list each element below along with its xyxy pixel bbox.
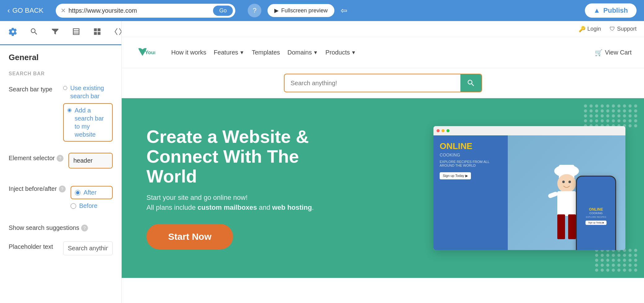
search-bar-type-control: Use existing search bar Add a search bar… xyxy=(63,84,113,143)
inject-before-radio[interactable] xyxy=(71,203,76,209)
search-submit-icon xyxy=(467,79,475,87)
dot-b xyxy=(612,264,615,267)
dot-b xyxy=(634,254,637,257)
settings-icon-button[interactable] xyxy=(7,26,19,39)
dot xyxy=(595,109,598,112)
dot xyxy=(595,119,598,122)
url-bar: ✕ Go xyxy=(56,4,235,18)
dot-b xyxy=(606,264,609,267)
url-input[interactable] xyxy=(68,7,213,14)
share-button[interactable]: ⇦ xyxy=(341,6,347,15)
mock-signup-btn[interactable]: Sign up Today ▶ xyxy=(440,172,471,179)
dots-top-right: for(let i=0;i<50;i++) document.currentSc… xyxy=(584,104,638,127)
mock-max-dot xyxy=(446,129,450,132)
inject-help-icon[interactable]: ? xyxy=(59,186,66,192)
dot-b xyxy=(629,264,632,267)
svg-rect-6 xyxy=(568,214,576,239)
placeholder-text-control xyxy=(63,241,113,255)
dot-b xyxy=(634,259,637,262)
login-link[interactable]: 🔑 Login xyxy=(579,26,601,33)
go-back-button[interactable]: ‹ GO BACK xyxy=(7,6,43,15)
dot-b xyxy=(606,269,609,272)
fullscreen-label: Fullscreen preview xyxy=(281,7,328,14)
dot xyxy=(612,119,615,122)
site-search-input[interactable] xyxy=(285,75,460,91)
use-existing-option[interactable]: Use existing search bar xyxy=(63,84,113,100)
top-bar: ‹ GO BACK ✕ Go ? ▶ Fullscreen preview ⇦ … xyxy=(0,0,644,21)
placeholder-text-input[interactable] xyxy=(63,241,113,255)
use-existing-radio[interactable] xyxy=(63,85,67,91)
templates-link[interactable]: Templates xyxy=(252,49,280,56)
add-search-bar-radio[interactable] xyxy=(67,108,72,113)
add-search-bar-label: Add a search bar to my website xyxy=(75,106,108,138)
hero-text: Create a Website & Connect With The Worl… xyxy=(146,127,338,249)
hero-image: ONLINE COOKING EXPLORE RECIPES FROM ALL … xyxy=(338,126,625,250)
start-now-button[interactable]: Start Now xyxy=(146,224,233,249)
dot xyxy=(612,104,615,108)
features-label: Features xyxy=(214,49,238,56)
inject-before-option[interactable]: Before xyxy=(71,202,113,209)
search-icon-button[interactable] xyxy=(28,26,40,39)
main-layout: General SEARCH BAR Search bar type Use e… xyxy=(0,21,644,303)
dot xyxy=(623,109,626,112)
dot xyxy=(634,114,637,117)
site-search-area xyxy=(122,68,644,98)
inject-label-wrap: Inject before/after ? xyxy=(9,183,66,192)
dot xyxy=(590,114,593,117)
products-label: Products xyxy=(325,49,350,56)
dot xyxy=(584,104,587,108)
filter-icon-button[interactable] xyxy=(50,26,61,39)
svg-rect-4 xyxy=(557,191,576,216)
dot xyxy=(634,104,637,108)
element-selector-control xyxy=(68,153,113,173)
inject-after-option[interactable]: After xyxy=(71,186,113,199)
fullscreen-preview-button[interactable]: ▶ Fullscreen preview xyxy=(268,4,334,17)
dot xyxy=(606,109,609,112)
table-icon-button[interactable] xyxy=(71,26,82,39)
view-cart-label: View Cart xyxy=(605,49,632,56)
support-link[interactable]: 🛡 Support xyxy=(610,26,637,32)
dot-b xyxy=(634,264,637,267)
code-icon-button[interactable] xyxy=(113,26,122,39)
dot xyxy=(623,119,626,122)
element-selector-input[interactable] xyxy=(69,153,112,168)
dot xyxy=(590,109,593,112)
view-cart-button[interactable]: 🛒 View Cart xyxy=(595,49,632,56)
inject-before-label: Before xyxy=(79,202,98,209)
domains-label: Domains xyxy=(287,49,312,56)
how-it-works-link[interactable]: How it works xyxy=(171,49,206,56)
dot-b xyxy=(617,264,620,267)
mock-title: ONLINE xyxy=(440,142,502,151)
dots-bottom-right: for(let i=0;i<40;i++) document.currentSc… xyxy=(595,249,638,272)
site-search-box xyxy=(284,74,482,92)
element-selector-help-icon[interactable]: ? xyxy=(57,155,63,162)
svg-point-3 xyxy=(557,174,576,193)
dot xyxy=(629,119,632,122)
clear-url-icon[interactable]: ✕ xyxy=(61,7,66,14)
dot-b xyxy=(601,269,604,272)
help-icon: ? xyxy=(253,7,256,15)
show-suggestions-help-icon[interactable]: ? xyxy=(81,225,88,231)
dot-b xyxy=(617,254,620,257)
inject-control: After Before xyxy=(71,183,113,213)
go-button[interactable]: Go xyxy=(213,6,233,16)
products-link[interactable]: Products ▼ xyxy=(325,49,356,56)
dot-b xyxy=(601,264,604,267)
domains-link[interactable]: Domains ▼ xyxy=(287,49,318,56)
inject-options: After Before xyxy=(71,186,113,209)
grid-icon-button[interactable] xyxy=(92,26,103,39)
inject-after-radio[interactable] xyxy=(75,190,80,195)
dot-b xyxy=(623,264,626,267)
publish-button[interactable]: ▲ Publish xyxy=(585,3,637,18)
dot-b xyxy=(629,269,632,272)
add-search-bar-option[interactable]: Add a search bar to my website xyxy=(63,103,113,142)
dot-b xyxy=(623,269,626,272)
features-link[interactable]: Features ▼ xyxy=(214,49,244,56)
support-icon: 🛡 xyxy=(610,26,615,32)
show-suggestions-row: Show search suggestions ? xyxy=(9,222,113,231)
dot xyxy=(634,119,637,122)
placeholder-text-row: Placeholder text xyxy=(9,241,113,255)
help-button[interactable]: ? xyxy=(248,4,261,17)
site-search-button[interactable] xyxy=(460,74,481,92)
search-bar-type-label: Search bar type xyxy=(9,84,58,93)
